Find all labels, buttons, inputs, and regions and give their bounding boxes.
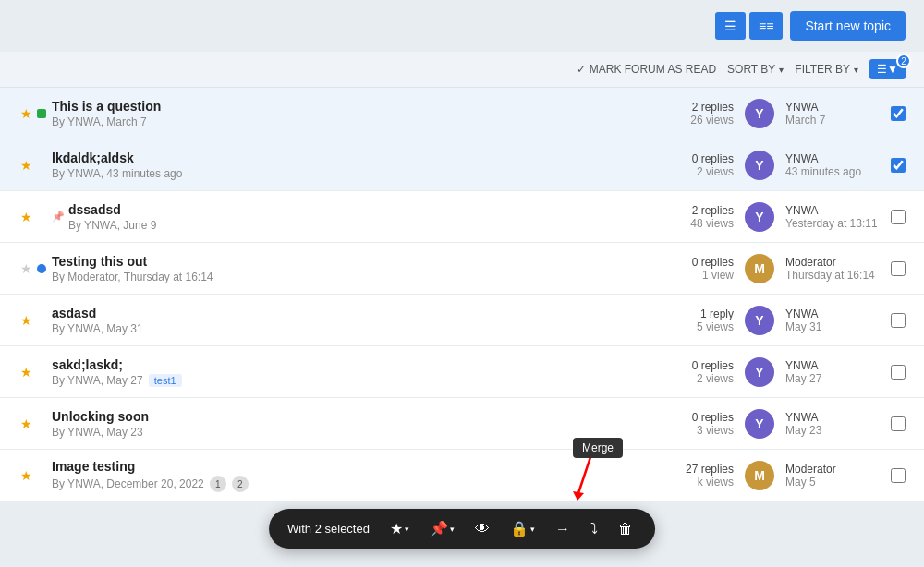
views-count: 26 views xyxy=(650,114,734,127)
topic-info: asdasdBy YNWA, May 31 xyxy=(52,306,650,335)
table-row: ★sakd;laskd;By YNWA, May 27test10 replie… xyxy=(0,346,924,398)
actions-badge-button[interactable]: ☰▼ 2 xyxy=(869,59,906,79)
views-count: 2 views xyxy=(650,165,734,178)
avatar-area: Y xyxy=(745,202,778,232)
last-date: May 5 xyxy=(785,476,816,489)
last-post: YNWA43 minutes ago xyxy=(785,152,887,178)
last-date: May 27 xyxy=(785,372,821,385)
avatar-area: Y xyxy=(745,151,778,180)
mark-forum-read-link[interactable]: ✓ MARK FORUM AS READ xyxy=(577,63,716,76)
merge-action-button[interactable]: ⤵ xyxy=(587,519,602,539)
star-area: ★ xyxy=(15,416,37,431)
topic-checkbox[interactable] xyxy=(891,261,906,276)
last-date: Thursday at 16:14 xyxy=(785,269,875,282)
topic-meta: By YNWA, 43 minutes ago xyxy=(52,167,650,180)
replies-views: 2 replies26 views xyxy=(650,101,734,127)
views-count: 48 views xyxy=(650,217,734,230)
star-icon[interactable]: ★ xyxy=(20,416,32,431)
eye-action-button[interactable]: 👁 xyxy=(471,519,493,539)
topic-meta-text: By Moderator, Thursday at 16:14 xyxy=(52,271,213,284)
topic-meta: By YNWA, March 7 xyxy=(52,115,650,128)
star-area: ★ xyxy=(15,313,37,328)
star-area: ★ xyxy=(15,261,37,276)
table-row: ★lkdaldk;aldskBy YNWA, 43 minutes ago0 r… xyxy=(0,139,924,191)
grid-view-button[interactable]: ≡≡ xyxy=(749,12,783,40)
replies-views: 0 replies1 view xyxy=(650,256,734,282)
topic-meta: By YNWA, June 9 xyxy=(68,219,650,232)
status-indicator xyxy=(37,109,46,118)
topic-info: dssadsdBy YNWA, June 9 xyxy=(68,202,650,232)
replies-count: 1 reply xyxy=(650,308,734,320)
topic-title[interactable]: Image testing xyxy=(52,459,650,474)
table-row: ★📌dssadsdBy YNWA, June 92 replies48 view… xyxy=(0,191,924,243)
last-post: ModeratorMay 5 xyxy=(785,463,887,489)
replies-views: 2 replies48 views xyxy=(650,204,734,230)
topic-title[interactable]: dssadsd xyxy=(68,202,650,217)
topic-checkbox[interactable] xyxy=(891,210,906,224)
delete-action-button[interactable]: 🗑 xyxy=(614,519,637,539)
topic-meta-text: By YNWA, December 20, 2022 xyxy=(52,477,204,490)
topic-title[interactable]: Testing this out xyxy=(52,254,650,269)
avatar: Y xyxy=(745,202,774,232)
views-count: 1 view xyxy=(650,269,734,282)
filter-by-button[interactable]: FILTER BY ▾ xyxy=(795,63,858,76)
table-row: ★This is a questionBy YNWA, March 72 rep… xyxy=(0,88,924,139)
avatar-area: M xyxy=(745,254,778,284)
topic-checkbox[interactable] xyxy=(891,416,906,431)
star-icon[interactable]: ★ xyxy=(20,158,32,173)
sort-by-button[interactable]: SORT BY ▾ xyxy=(727,63,784,76)
last-date: 43 minutes ago xyxy=(785,165,861,178)
star-icon[interactable]: ★ xyxy=(20,313,32,328)
star-icon[interactable]: ★ xyxy=(20,468,32,483)
checkbox-area xyxy=(887,106,909,121)
topic-checkbox[interactable] xyxy=(891,106,906,121)
last-post: YNWAMay 31 xyxy=(785,308,887,333)
topic-title[interactable]: sakd;laskd; xyxy=(52,357,650,372)
start-new-topic-button[interactable]: Start new topic xyxy=(790,11,906,41)
topic-checkbox[interactable] xyxy=(891,365,906,380)
avatar: M xyxy=(745,254,774,284)
star-icon[interactable]: ★ xyxy=(20,365,32,380)
topic-list: ★This is a questionBy YNWA, March 72 rep… xyxy=(0,88,924,502)
sort-caret-icon: ▾ xyxy=(779,65,784,75)
topic-tag[interactable]: test1 xyxy=(149,374,182,387)
topic-info: Image testingBy YNWA, December 20, 20221… xyxy=(52,459,650,492)
avatar: Y xyxy=(745,409,774,439)
star-action-button[interactable]: ★▾ xyxy=(386,518,413,539)
star-icon[interactable]: ★ xyxy=(20,261,32,276)
topic-title[interactable]: This is a question xyxy=(52,99,650,114)
topic-meta: By YNWA, May 27test1 xyxy=(52,374,650,387)
last-date: May 31 xyxy=(785,320,821,333)
last-date: March 7 xyxy=(785,114,825,127)
avatar: Y xyxy=(745,306,774,335)
topic-title[interactable]: asdasd xyxy=(52,306,650,320)
move-action-button[interactable]: → xyxy=(552,519,574,539)
topic-checkbox[interactable] xyxy=(891,468,906,483)
star-icon[interactable]: ★ xyxy=(20,210,32,224)
topic-title[interactable]: lkdaldk;aldsk xyxy=(52,151,650,165)
topic-meta-text: By YNWA, March 7 xyxy=(52,115,147,128)
topic-title[interactable]: Unlocking soon xyxy=(52,409,650,424)
list-view-button[interactable]: ☰ xyxy=(715,12,746,40)
view-toggle: ☰ ≡≡ xyxy=(715,12,783,40)
replies-views: 1 reply5 views xyxy=(650,308,734,333)
topic-checkbox[interactable] xyxy=(891,158,906,173)
topic-meta-text: By YNWA, May 31 xyxy=(52,322,143,335)
lock-action-button[interactable]: 🔒▾ xyxy=(506,518,539,539)
avatar-area: Y xyxy=(745,357,778,387)
checkbox-area xyxy=(887,365,909,380)
replies-count: 2 replies xyxy=(650,101,734,114)
topic-checkbox[interactable] xyxy=(891,313,906,328)
views-count: 5 views xyxy=(650,320,734,333)
checkbox-area xyxy=(887,261,909,276)
bottom-action-bar: With 2 selected ★▾ 📌▾ 👁 🔒▾ → ⤵ 🗑 xyxy=(269,509,655,549)
poster-name: YNWA xyxy=(785,411,887,424)
table-row: ★Unlocking soonBy YNWA, May 230 replies3… xyxy=(0,398,924,450)
replies-count: 0 replies xyxy=(650,411,734,424)
svg-marker-1 xyxy=(573,491,584,501)
pin-action-button[interactable]: 📌▾ xyxy=(426,518,458,539)
poster-name: Moderator xyxy=(785,463,887,476)
star-icon[interactable]: ★ xyxy=(20,106,32,121)
poster-name: YNWA xyxy=(785,204,887,217)
avatar: Y xyxy=(745,357,774,387)
